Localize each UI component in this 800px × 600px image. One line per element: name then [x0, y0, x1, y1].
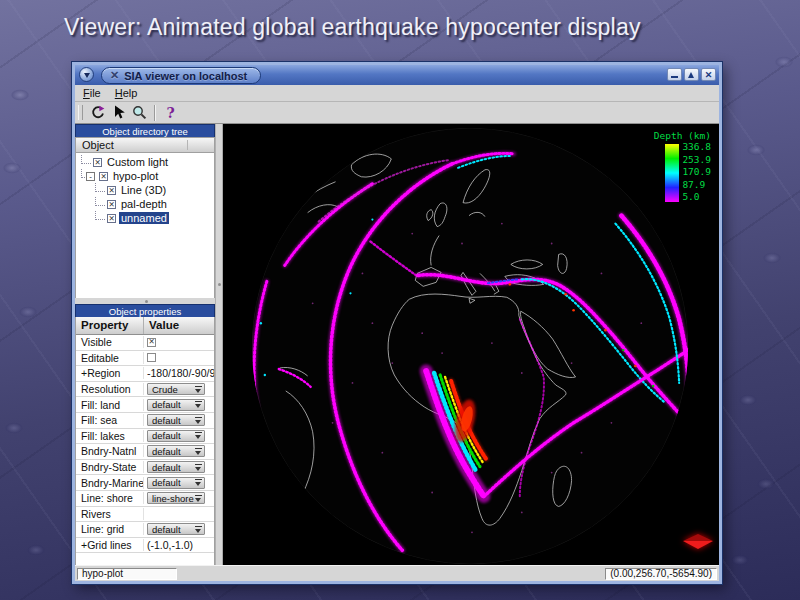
dropdown-selected-value: default [152, 477, 181, 488]
property-row[interactable]: Editable [76, 351, 214, 367]
tree-checkbox[interactable] [93, 158, 102, 167]
tree-checkbox[interactable] [107, 186, 116, 195]
property-name: Visible [76, 336, 144, 348]
legend-tick: 253.9 [682, 155, 711, 165]
chevron-down-icon [194, 525, 202, 534]
rotation-marker-icon [683, 534, 713, 549]
tree-connector [95, 211, 105, 220]
close-button[interactable]: ✕ [701, 68, 716, 81]
chevron-down-icon [194, 431, 202, 440]
object-directory-tree[interactable]: Custom light - hypo-plot [75, 153, 215, 298]
tree-item[interactable]: Custom light [76, 155, 214, 169]
checkbox-icon[interactable] [147, 338, 156, 347]
property-value: default default [144, 461, 214, 473]
presentation-slide: Viewer: Animated global earthquake hypoc… [0, 0, 800, 600]
property-row[interactable]: Line: grid default default [76, 522, 214, 538]
reset-view-button[interactable] [87, 104, 108, 122]
property-name: Bndry-Natnl [76, 445, 144, 457]
window-menu-button[interactable] [79, 67, 94, 82]
property-row[interactable]: Visible x x [76, 335, 214, 351]
tree-item[interactable]: pal-depth [76, 197, 214, 211]
property-row[interactable]: +Region -180/180/-90/90 -180/180/-90/90 [76, 366, 214, 382]
dropdown-selected-value: default [152, 415, 181, 426]
dropdown-selected-value: default [152, 446, 181, 457]
value-dropdown[interactable]: default [147, 414, 205, 426]
window-titlebar[interactable]: ✕ SIA viewer on localhost ✕ [75, 65, 719, 85]
chevron-down-icon [194, 463, 202, 472]
tree-item-label[interactable]: unnamed [119, 212, 169, 224]
property-column-header[interactable]: Property [76, 317, 144, 334]
property-name: Bndry-Marine [76, 477, 144, 489]
tree-expander-icon[interactable]: - [86, 172, 95, 181]
property-row[interactable]: Fill: lakes default default [76, 429, 214, 445]
left-panel: Object directory tree Object Custom ligh… [75, 124, 216, 565]
minimize-button[interactable] [667, 68, 682, 81]
property-row[interactable]: Bndry-Marine default default [76, 475, 214, 491]
tree-column-header[interactable]: Object [75, 137, 215, 153]
property-row[interactable]: Resolution Crude Crude [76, 382, 214, 398]
tree-item-label[interactable]: Line (3D) [119, 184, 168, 196]
sia-viewer-window: ✕ SIA viewer on localhost ✕ FileHelp [72, 62, 722, 584]
legend-tick: 336.8 [682, 142, 711, 152]
tree-item[interactable]: - hypo-plot [76, 169, 214, 183]
value-dropdown[interactable]: line-shore [147, 492, 205, 504]
property-row[interactable]: Fill: land default default [76, 397, 214, 413]
legend-colorbar [665, 144, 679, 202]
property-value: -180/180/-90/90 -180/180/-90/90 [144, 367, 214, 379]
property-value: default default [144, 445, 214, 457]
value-dropdown[interactable]: default [147, 477, 205, 489]
property-row[interactable]: Rivers [76, 507, 214, 523]
property-row[interactable]: Bndry-Natnl default default [76, 444, 214, 460]
value-dropdown[interactable]: default [147, 445, 205, 457]
tree-checkbox[interactable] [107, 200, 116, 209]
property-row[interactable]: Bndry-State default default [76, 460, 214, 476]
value-dropdown[interactable]: default [147, 399, 205, 411]
checkbox-icon[interactable] [147, 353, 156, 362]
tree-item-label[interactable]: pal-depth [119, 198, 169, 210]
tree-item-label[interactable]: hypo-plot [111, 170, 160, 182]
properties-panel-header: Object properties [75, 304, 215, 317]
toolbar-separator [154, 105, 156, 121]
value-dropdown[interactable]: default [147, 461, 205, 473]
value-text: (-1.0,-1.0) [147, 539, 193, 551]
help-icon: ? [166, 106, 174, 120]
maximize-button[interactable] [684, 68, 699, 81]
toolbar-drag-handle[interactable] [78, 105, 83, 120]
property-row[interactable]: Fill: sea default default [76, 413, 214, 429]
window-title-pill[interactable]: ✕ SIA viewer on localhost [101, 67, 261, 84]
tree-connector [95, 197, 105, 206]
help-button[interactable]: ? [160, 104, 181, 122]
main-content: Object directory tree Object Custom ligh… [75, 124, 719, 565]
horizontal-splitter[interactable] [75, 298, 215, 304]
value-dropdown[interactable]: Crude [147, 383, 205, 395]
vertical-splitter[interactable] [216, 124, 223, 565]
menu-item[interactable]: File [83, 87, 101, 99]
tree-checkbox[interactable] [107, 214, 116, 223]
pointer-icon [112, 105, 126, 120]
value-dropdown[interactable]: default [147, 523, 205, 535]
dropdown-selected-value: default [152, 462, 181, 473]
globe-viewport[interactable]: Depth (km) 336.8253.9170.987.95.0 [223, 124, 719, 565]
tree-item[interactable]: Line (3D) [76, 183, 214, 197]
tree-item[interactable]: unnamed [76, 211, 214, 225]
value-column-header[interactable]: Value [144, 317, 214, 334]
property-row[interactable]: Line: shore line-shore line-shore [76, 491, 214, 507]
rotation-marker-bottom [683, 541, 713, 549]
property-row[interactable]: +Grid lines (-1.0,-1.0) (-1.0,-1.0) [76, 538, 214, 554]
x-app-icon: ✕ [110, 70, 119, 81]
legend-tick-values: 336.8253.9170.987.95.0 [682, 142, 711, 202]
zoom-tool-button[interactable] [129, 104, 150, 122]
legend-body: 336.8253.9170.987.95.0 [654, 144, 711, 202]
object-properties-table: Property Value Visible x [75, 317, 215, 565]
property-name: Fill: land [76, 399, 144, 411]
tree-checkbox[interactable] [99, 172, 108, 181]
slide-title: Viewer: Animated global earthquake hypoc… [64, 14, 641, 41]
chevron-down-icon [194, 447, 202, 456]
pointer-tool-button[interactable] [108, 104, 129, 122]
menu-item[interactable]: Help [115, 87, 138, 99]
tree-item-label[interactable]: Custom light [105, 156, 170, 168]
value-dropdown[interactable]: default [147, 430, 205, 442]
property-name: Line: grid [76, 523, 144, 535]
minimize-icon [671, 76, 678, 78]
rotation-marker-top [683, 534, 713, 541]
